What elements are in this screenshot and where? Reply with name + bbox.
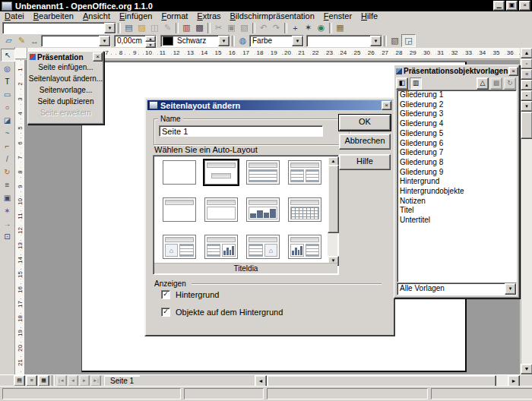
layout-tile-title-content[interactable] <box>204 197 238 222</box>
layout-scrollbar[interactable]: ▲ ▼ <box>328 156 337 266</box>
line-width-value[interactable]: 0,00cm <box>115 36 145 46</box>
style-item-gliederung-8[interactable]: Gliederung 8 <box>397 158 516 168</box>
line-icon[interactable]: ✎ <box>15 35 28 46</box>
layout-tile-title-subtitle[interactable] <box>204 160 238 185</box>
cancel-button[interactable]: Abbrechen <box>339 134 391 150</box>
presentation-command-seitenlayout-ndern[interactable]: Seitenlayout ändern... <box>28 73 103 84</box>
style-item-gliederung-4[interactable]: Gliederung 4 <box>397 119 516 129</box>
line-color-select[interactable]: Schwarz ▼ <box>160 35 230 47</box>
presentation-styles-icon[interactable]: ▥ <box>410 77 422 90</box>
menu-item-fenster[interactable]: Fenster <box>319 11 356 21</box>
line-color-value[interactable]: Schwarz <box>175 36 218 46</box>
scrollbar-extra-button[interactable]: ▫ <box>521 58 532 69</box>
zoom-icon[interactable]: ✶ <box>302 22 315 33</box>
export-pdf-icon[interactable]: ▥ <box>180 22 193 33</box>
zoom-tool-icon[interactable]: ◎ <box>1 63 14 74</box>
layout-tile-title-text-clipart[interactable]: ⌂ <box>246 235 280 259</box>
style-item-gliederung-2[interactable]: Gliederung 2 <box>397 100 516 110</box>
style-item-notizen[interactable]: Notizen <box>397 197 516 207</box>
layout-tile-blank[interactable] <box>163 160 196 185</box>
fill-color-value[interactable] <box>307 36 370 46</box>
chevron-down-icon[interactable]: ▼ <box>218 36 230 46</box>
lines-arrows-tool-icon[interactable]: / <box>1 153 14 165</box>
connector-tool-icon[interactable]: ⌐ <box>1 141 14 152</box>
chevron-down-icon[interactable]: ▼ <box>292 36 303 46</box>
curve-tool-icon[interactable]: ~ <box>1 128 14 139</box>
vertical-ruler[interactable]: 123456789101112131415161718192021 <box>15 60 25 374</box>
scrollbar-extra-button[interactable]: ▾ <box>521 101 532 112</box>
style-item-gliederung-5[interactable]: Gliederung 5 <box>397 129 516 139</box>
styles-filter-value[interactable]: Alle Vorlagen <box>397 283 505 295</box>
text-tool-icon[interactable]: T <box>1 76 14 87</box>
print-icon[interactable]: ▩ <box>193 22 206 33</box>
arrange-icon[interactable]: ▣ <box>1 192 14 204</box>
style-item-untertitel[interactable]: Untertitel <box>397 216 516 226</box>
menu-item-bildschirmpr-sentation[interactable]: Bildschirmpräsentation <box>226 11 319 21</box>
layout-tile-title-chart-text[interactable] <box>288 235 321 259</box>
rectangle-tool-icon[interactable]: ▭ <box>1 89 14 100</box>
presentation-command-seite-einf-gen[interactable]: Seite einfügen... <box>28 62 103 73</box>
edit-points-icon[interactable]: ▱ <box>2 35 15 46</box>
chevron-down-icon[interactable]: ▼ <box>99 36 110 46</box>
graphic-styles-icon[interactable]: ◧ <box>396 77 408 90</box>
menu-item-hilfe[interactable]: Hilfe <box>356 11 382 21</box>
close-icon[interactable]: × <box>382 101 391 110</box>
layout-tile-title-text-chart[interactable] <box>204 235 238 259</box>
spin-down-icon[interactable]: ▼ <box>145 42 156 48</box>
chevron-down-icon[interactable]: ▼ <box>505 283 516 295</box>
scrollbar-extra-button[interactable]: ▪ <box>521 90 532 101</box>
layout-tile-title-only[interactable] <box>163 197 196 222</box>
menu-item-einf-gen[interactable]: Einfügen <box>115 11 157 21</box>
chevron-down-icon[interactable]: ▼ <box>104 23 116 33</box>
help-button[interactable]: Hilfe <box>339 154 391 170</box>
scrollbar-extra-button[interactable]: ▴ <box>521 80 532 90</box>
checkbox-checked-icon[interactable]: ✓ <box>161 308 170 317</box>
ok-button[interactable]: OK <box>339 115 391 131</box>
url-combobox[interactable]: ▼ <box>2 22 116 34</box>
rotation-mode-icon[interactable]: ◲ <box>401 34 416 47</box>
presentation-command-seitenvorlage[interactable]: Seitenvorlage... <box>28 84 103 96</box>
slide-name-input[interactable] <box>159 125 323 137</box>
gallery-icon[interactable]: ◉ <box>315 22 328 33</box>
styles-list[interactable]: Gliederung 1Gliederung 2Gliederung 3Glie… <box>397 90 517 283</box>
style-item-hintergrund[interactable]: Hintergrund <box>397 177 516 187</box>
layout-tile-title-two-bullets[interactable] <box>288 160 321 185</box>
style-item-gliederung-1[interactable]: Gliederung 1 <box>397 90 516 100</box>
alignment-icon[interactable]: ≡ <box>1 179 14 191</box>
style-item-gliederung-9[interactable]: Gliederung 9 <box>397 168 516 178</box>
styles-filter-select[interactable]: Alle Vorlagen ▼ <box>397 283 517 295</box>
presentation-toolbar-titlebar[interactable]: Präsentation × <box>28 52 103 62</box>
menu-item-bearbeiten[interactable]: Bearbeiten <box>29 11 78 21</box>
fill-color-select[interactable]: ▼ <box>306 35 382 47</box>
minimize-button[interactable]: ▁ <box>493 1 505 11</box>
hyperlink-icon[interactable]: ▦ <box>334 22 347 33</box>
close-button[interactable]: × <box>519 1 530 11</box>
url-value[interactable] <box>3 23 104 33</box>
select-icon[interactable]: ↖ <box>1 49 15 62</box>
scroll-down-icon[interactable]: ▼ <box>521 364 532 374</box>
presentation-command-seite-duplizieren[interactable]: Seite duplizieren <box>28 96 103 107</box>
fill-type-select[interactable]: Farbe ▼ <box>249 35 304 47</box>
menu-item-datei[interactable]: Datei <box>0 11 29 21</box>
scrollbar-extra-button[interactable]: ≡ <box>521 69 532 80</box>
style-item-gliederung-3[interactable]: Gliederung 3 <box>397 109 516 119</box>
close-icon[interactable]: × <box>508 67 518 76</box>
fill-format-mode-icon[interactable]: △ <box>477 77 489 90</box>
navigator-icon[interactable]: + <box>289 22 302 33</box>
style-item-titel[interactable]: Titel <box>397 206 516 216</box>
line-style-select[interactable]: ▼ <box>41 35 111 47</box>
close-icon[interactable]: × <box>93 52 103 62</box>
menu-item-extras[interactable]: Extras <box>192 11 225 21</box>
ellipse-tool-icon[interactable]: ○ <box>1 102 14 113</box>
tab-seite-1[interactable]: Seite 1 <box>104 375 146 386</box>
restore-button[interactable]: ▣ <box>506 1 518 11</box>
chevron-down-icon[interactable]: ▼ <box>370 36 382 46</box>
objects3d-tool-icon[interactable]: ◪ <box>1 115 14 126</box>
stylist-titlebar[interactable]: Präsentationsobjektvorlagen × <box>394 65 519 76</box>
layout-tile-title-chart[interactable] <box>246 197 280 222</box>
scrollbar-thumb[interactable] <box>328 165 339 233</box>
menu-item-ansicht[interactable]: Ansicht <box>78 11 115 21</box>
effects-icon[interactable]: ✶ <box>1 205 14 216</box>
checkbox-checked-icon[interactable]: ✓ <box>161 290 170 299</box>
vertical-scrollbar[interactable]: ▲▫≡▴▪▾▼ <box>520 48 532 374</box>
